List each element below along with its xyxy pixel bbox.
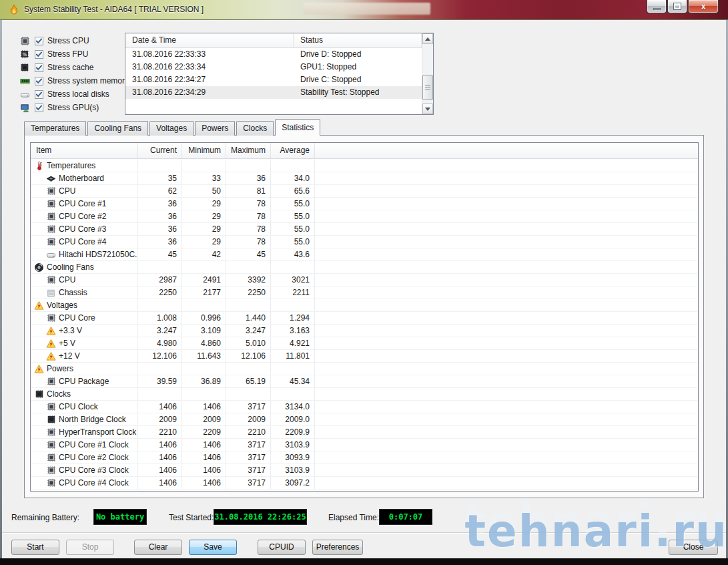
stats-item-row[interactable]: CPU Core #2 Clock1406140637173093.9 (31, 451, 698, 464)
stress-checkbox[interactable] (35, 90, 43, 99)
column-item[interactable]: Item (31, 143, 138, 158)
stats-item-row[interactable]: CPU62508165.6 (31, 185, 698, 198)
scrollbar-thumb[interactable] (422, 75, 433, 100)
stats-item-label: Voltages (47, 299, 77, 311)
stats-item-row[interactable]: CPU Core #436297855.0 (31, 236, 698, 248)
stats-item-row[interactable]: +5 V4.9804.8605.0104.921 (31, 337, 698, 350)
stats-filler-cell (315, 287, 698, 299)
close-button[interactable]: Close (669, 540, 718, 555)
stats-current-value (138, 388, 182, 400)
warning-icon (33, 363, 45, 374)
stats-average-value: 3134.0 (271, 401, 315, 413)
chip-icon (45, 186, 57, 196)
column-filler (315, 143, 698, 158)
cpuid-button[interactable]: CPUID (258, 540, 306, 555)
stats-current-value: 2250 (138, 287, 182, 299)
maximize-button[interactable] (667, 0, 687, 13)
stats-current-value (138, 363, 182, 375)
log-column-datetime[interactable]: Date & Time (125, 33, 294, 47)
log-scrollbar[interactable] (422, 33, 433, 114)
stats-minimum-value: 3.109 (182, 325, 226, 337)
stats-group-row[interactable]: Cooling Fans (31, 261, 698, 274)
save-button[interactable]: Save (189, 540, 237, 555)
stats-minimum-value: 11.643 (182, 350, 226, 362)
log-row[interactable]: 31.08.2016 22:34:29Stability Test: Stopp… (125, 86, 422, 99)
chip-icon (45, 465, 57, 476)
stats-group-row[interactable]: Voltages (31, 299, 698, 312)
stats-group-row[interactable]: Temperatures (31, 160, 698, 172)
tab-clocks[interactable]: Clocks (236, 121, 274, 136)
tab-statistics[interactable]: Statistics (275, 119, 320, 136)
tab-temperatures[interactable]: Temperatures (24, 121, 86, 136)
disk-icon (45, 249, 57, 260)
stats-item-row[interactable]: CPU Core #1 Clock1406140637173103.9 (31, 439, 698, 451)
clear-button[interactable]: Clear (134, 540, 182, 555)
stats-maximum-value: 2009 (226, 413, 271, 425)
preferences-button[interactable]: Preferences (312, 540, 363, 555)
log-row[interactable]: 31.08.2016 22:34:27Drive C: Stopped (125, 73, 422, 86)
test-started-label: Test Started: (169, 513, 214, 522)
column-average[interactable]: Average (271, 143, 315, 158)
stats-item-row[interactable]: Chassis2250217722502211 (31, 287, 698, 299)
stop-button[interactable]: Stop (66, 540, 114, 555)
svg-text:%: % (23, 52, 27, 57)
titlebar[interactable]: System Stability Test - AIDA64 [ TRIAL V… (0, 0, 728, 20)
stats-item-row[interactable]: +3.3 V3.2473.1093.2473.163 (31, 325, 698, 337)
column-minimum[interactable]: Minimum (182, 143, 226, 158)
column-maximum[interactable]: Maximum (226, 143, 271, 158)
stats-item-row[interactable]: CPU Clock1406140637173134.0 (31, 401, 698, 413)
stats-item-row[interactable]: CPU Core #136297855.0 (31, 198, 698, 210)
stats-filler-cell (315, 299, 698, 311)
tab-powers[interactable]: Powers (195, 121, 235, 136)
log-row[interactable]: 31.08.2016 22:33:34GPU1: Stopped (125, 61, 422, 73)
stats-item-row[interactable]: CPU Core1.0080.9961.4401.294 (31, 312, 698, 325)
stats-item-row[interactable]: HyperTransport Clock2210220922102209.9 (31, 426, 698, 439)
stats-item-row[interactable]: CPU Package39.5936.8965.1945.34 (31, 375, 698, 388)
stats-group-row[interactable]: Clocks (31, 388, 698, 401)
stats-minimum-value: 29 (182, 223, 226, 235)
stats-item-row[interactable]: CPU Core #236297855.0 (31, 210, 698, 223)
stats-item-row[interactable]: North Bridge Clock2009200920092009.0 (31, 413, 698, 426)
log-row[interactable]: 31.08.2016 22:33:33Drive D: Stopped (125, 48, 422, 61)
stats-item-row[interactable]: Hitachi HDS721050C...45424543.6 (31, 248, 698, 261)
stats-item-row[interactable]: CPU Core #4 Clock1406140637173097.2 (31, 477, 698, 490)
stats-item-label: Hitachi HDS721050C... (59, 248, 138, 260)
stats-current-value (138, 160, 182, 172)
stress-checkbox[interactable] (35, 104, 43, 112)
start-button[interactable]: Start (11, 540, 59, 555)
stress-checkbox[interactable] (35, 63, 43, 72)
stress-checkbox[interactable] (35, 50, 43, 59)
stats-average-value: 3021 (271, 274, 315, 286)
stats-maximum-value: 3717 (226, 464, 271, 476)
stress-option-label: Stress system memory (47, 76, 129, 85)
stats-maximum-value: 3717 (226, 401, 271, 413)
stats-average-value: 3103.9 (271, 464, 315, 476)
close-window-button[interactable]: x (688, 0, 719, 13)
stats-item-cell: CPU Core #3 (31, 223, 138, 235)
column-current[interactable]: Current (138, 143, 182, 158)
log-column-status[interactable]: Status (294, 33, 422, 47)
stats-minimum-value: 1406 (182, 464, 226, 476)
stats-item-row[interactable]: CPU Core #336297855.0 (31, 223, 698, 236)
stats-item-row[interactable]: +12 V12.10611.64312.10611.801 (31, 350, 698, 363)
tab-voltages[interactable]: Voltages (149, 121, 194, 136)
minimize-button[interactable] (647, 0, 667, 13)
stats-item-row[interactable]: CPU Core #3 Clock1406140637173103.9 (31, 464, 698, 477)
statistics-body: TemperaturesMotherboard35333634.0CPU6250… (31, 160, 698, 490)
stats-current-value: 2210 (138, 426, 182, 438)
stats-item-label: Chassis (59, 287, 87, 299)
stats-current-value: 12.106 (138, 350, 182, 362)
chip-icon (45, 274, 57, 285)
window-title: System Stability Test - AIDA64 [ TRIAL V… (24, 5, 204, 14)
stress-checkbox[interactable] (35, 77, 43, 85)
stats-group-row[interactable]: Powers (31, 363, 698, 375)
stats-item-row[interactable]: CPU2987249133923021 (31, 274, 698, 287)
stress-checkbox[interactable] (35, 37, 43, 45)
stats-item-row[interactable]: Motherboard35333634.0 (31, 172, 698, 185)
tab-cooling-fans[interactable]: Cooling Fans (87, 121, 148, 136)
scroll-up-button[interactable] (422, 33, 433, 44)
stats-item-label: Cooling Fans (47, 261, 94, 273)
window-frame-bottom (0, 558, 728, 565)
stats-average-value: 34.0 (271, 172, 315, 184)
scroll-down-button[interactable] (422, 104, 433, 114)
